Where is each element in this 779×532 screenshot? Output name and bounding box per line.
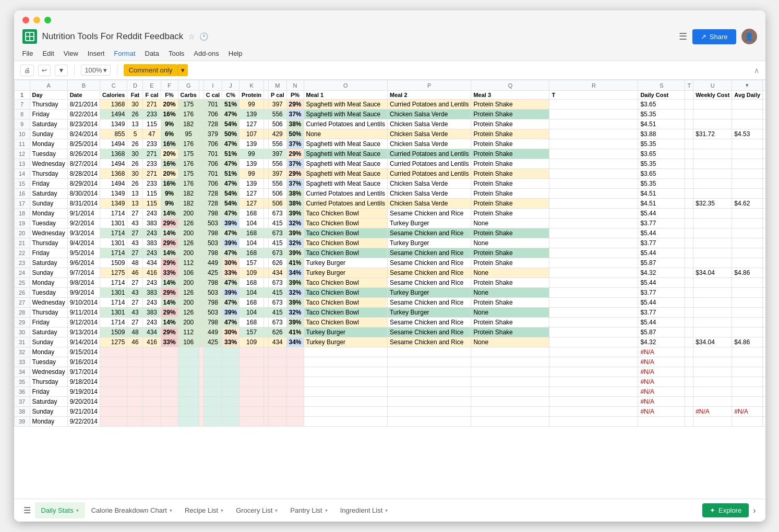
dcost-cell[interactable]: $3.77 <box>638 219 685 228</box>
cal-cell[interactable]: 1301 <box>100 219 127 228</box>
meal2-cell[interactable]: Chicken Salsa Verde <box>387 199 471 209</box>
col-G[interactable]: G <box>178 80 199 91</box>
meal2-cell[interactable]: Sesame Chicken and Rice <box>387 328 471 337</box>
dcost-cell[interactable]: $3.65 <box>638 169 685 179</box>
cal-cell[interactable] <box>100 397 127 407</box>
meal1-cell[interactable]: Spaghetti with Meat Sauce <box>304 149 387 159</box>
dcost-cell[interactable]: $3.77 <box>638 308 685 318</box>
dcost-cell[interactable]: $5.44 <box>638 228 685 238</box>
menu-insert[interactable]: Insert <box>88 50 105 57</box>
comment-only-button[interactable]: Comment only <box>124 64 178 76</box>
avg-cell[interactable]: $4.53 <box>732 129 763 139</box>
dcost-cell[interactable]: $5.87 <box>638 328 685 337</box>
avg-cell[interactable] <box>732 298 763 308</box>
cal-cell[interactable] <box>100 377 127 387</box>
wcost-cell[interactable] <box>693 100 732 110</box>
cal-cell[interactable]: 1714 <box>100 298 127 308</box>
col-K[interactable]: K <box>239 80 264 91</box>
meal3-cell[interactable]: Protein Shake <box>471 159 549 169</box>
comments-icon[interactable]: ☰ <box>679 31 687 42</box>
print-button[interactable]: 🖨 <box>20 65 34 76</box>
day-cell[interactable]: Friday <box>30 318 67 328</box>
meal2-cell[interactable]: Sesame Chicken and Rice <box>387 268 471 278</box>
day-cell[interactable]: Saturday <box>30 189 67 199</box>
dcost-cell[interactable]: $3.77 <box>638 238 685 248</box>
day-cell[interactable]: Thursday <box>30 308 67 318</box>
meal2-cell[interactable]: Turkey Burger <box>387 238 471 248</box>
avg-cell[interactable]: #N/A <box>732 407 763 417</box>
wcost-cell[interactable] <box>693 119 732 129</box>
menu-data[interactable]: Data <box>145 50 159 57</box>
meal1-cell[interactable]: Spaghetti with Meat Sauce <box>304 159 387 169</box>
meal1-cell[interactable]: Taco Chicken Bowl <box>304 288 387 298</box>
avg-cell[interactable] <box>732 110 763 119</box>
day-cell[interactable]: Wednesday <box>30 228 67 238</box>
avg-cell[interactable] <box>732 387 763 397</box>
col-O[interactable]: O <box>304 80 387 91</box>
dcost-cell[interactable]: #N/A <box>638 367 685 377</box>
meal1-cell[interactable]: Turkey Burger <box>304 337 387 347</box>
date-cell[interactable]: 9/10/2014 <box>67 298 100 308</box>
avg-cell[interactable] <box>732 248 763 258</box>
date-cell[interactable]: 9/20/2014 <box>67 397 100 407</box>
tab-daily-stats-dropdown[interactable]: ▾ <box>76 507 79 513</box>
meal2-cell[interactable]: Turkey Burger <box>387 288 471 298</box>
wcost-cell[interactable] <box>693 278 732 288</box>
date-cell[interactable]: 8/30/2014 <box>67 189 100 199</box>
meal2-cell[interactable]: Chicken Salsa Verde <box>387 110 471 119</box>
cal-cell[interactable]: 1714 <box>100 278 127 288</box>
meal1-cell[interactable]: Spaghetti with Meat Sauce <box>304 179 387 189</box>
menu-file[interactable]: File <box>22 50 33 57</box>
toolbar-collapse-icon[interactable]: ∧ <box>754 66 759 75</box>
meal3-cell[interactable]: Protein Shake <box>471 228 549 238</box>
col-A[interactable]: A <box>30 80 67 91</box>
cal-cell[interactable]: 1494 <box>100 159 127 169</box>
dcost-header[interactable]: Daily Cost <box>638 91 685 100</box>
cal-cell[interactable]: 1714 <box>100 228 127 238</box>
wcost-cell[interactable] <box>693 189 732 199</box>
tab-calorie-chart-dropdown[interactable]: ▾ <box>170 507 172 513</box>
dcost-cell[interactable]: $4.32 <box>638 268 685 278</box>
filter-button[interactable]: ▼ <box>55 65 68 76</box>
date-cell[interactable]: 9/2/2014 <box>67 219 100 228</box>
meal3-cell[interactable]: None <box>471 308 549 318</box>
carbs-header[interactable]: Carbs <box>178 91 199 100</box>
date-cell[interactable]: 9/5/2014 <box>67 248 100 258</box>
meal2-cell[interactable]: Chicken Salsa Verde <box>387 139 471 149</box>
pp-header[interactable]: P% <box>286 91 304 100</box>
comment-dropdown-button[interactable]: ▾ <box>177 64 188 76</box>
meal2-cell[interactable]: Sesame Chicken and Rice <box>387 318 471 328</box>
menu-tools[interactable]: Tools <box>169 50 184 57</box>
day-header[interactable]: Day <box>30 91 67 100</box>
day-cell[interactable]: Friday <box>30 110 67 119</box>
wcost-cell[interactable] <box>693 397 732 407</box>
dcost-cell[interactable]: #N/A <box>638 387 685 397</box>
dcost-cell[interactable]: #N/A <box>638 377 685 387</box>
tab-pantry-list-dropdown[interactable]: ▾ <box>325 507 328 513</box>
dcost-cell[interactable]: $3.88 <box>638 129 685 139</box>
wcost-cell[interactable] <box>693 417 732 427</box>
date-cell[interactable]: 8/24/2014 <box>67 129 100 139</box>
cal-cell[interactable]: 1275 <box>100 268 127 278</box>
tab-grocery-list[interactable]: Grocery List ▾ <box>230 502 284 518</box>
date-cell[interactable]: 9/15/2014 <box>67 347 100 357</box>
meal2-cell[interactable]: Sesame Chicken and Rice <box>387 209 471 219</box>
pcal-header[interactable]: P cal <box>269 91 287 100</box>
meal2-cell[interactable]: Curried Potatoes and Lentils <box>387 169 471 179</box>
cal-cell[interactable] <box>100 357 127 367</box>
meal3-cell[interactable]: Protein Shake <box>471 209 549 219</box>
avg-cell[interactable] <box>732 347 763 357</box>
dcost-cell[interactable]: $5.44 <box>638 318 685 328</box>
meal3-cell[interactable]: Protein Shake <box>471 318 549 328</box>
date-cell[interactable]: 8/26/2014 <box>67 149 100 159</box>
avg-cell[interactable] <box>732 308 763 318</box>
cal-cell[interactable]: 1301 <box>100 238 127 248</box>
meal3-cell[interactable]: Protein Shake <box>471 139 549 149</box>
cal-cell[interactable] <box>100 417 127 427</box>
day-cell[interactable]: Sunday <box>30 407 67 417</box>
day-cell[interactable]: Saturday <box>30 328 67 337</box>
cal-cell[interactable]: 1714 <box>100 248 127 258</box>
meal2-cell[interactable]: Curried Potatoes and Lentils <box>387 159 471 169</box>
col-P[interactable]: P <box>387 80 471 91</box>
day-cell[interactable]: Sunday <box>30 129 67 139</box>
